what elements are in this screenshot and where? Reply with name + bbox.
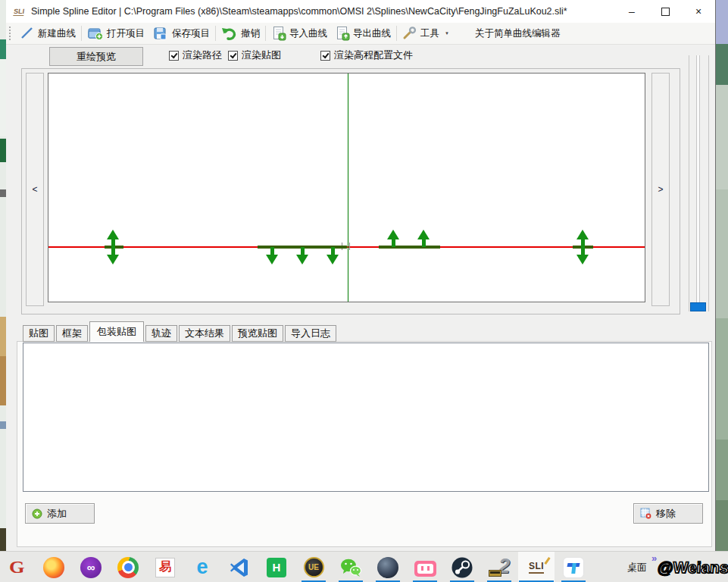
marker-part bbox=[576, 230, 589, 239]
scroll-right-button[interactable]: > bbox=[651, 73, 670, 306]
tab-wrap-texture[interactable]: 包装贴图 bbox=[89, 321, 144, 342]
open-project-icon bbox=[87, 26, 104, 41]
taskbar-item-spline-editor[interactable]: SLI bbox=[518, 552, 555, 582]
desktop-icon-fragment bbox=[0, 189, 6, 197]
checkbox-label: 渲染贴图 bbox=[242, 48, 281, 62]
toolbar-grip[interactable] bbox=[9, 27, 13, 40]
tab-strip: 贴图 框架 包装贴图 轨迹 文本结果 预览贴图 导入日志 bbox=[23, 321, 338, 342]
taskbar-item-omsi2[interactable]: 2 bbox=[481, 552, 517, 582]
internet-explorer-icon: e bbox=[196, 557, 208, 577]
slider-thumb[interactable] bbox=[690, 302, 706, 311]
taskbar-item-vscode[interactable] bbox=[221, 552, 258, 582]
marker-part bbox=[327, 255, 339, 264]
import-curve-button[interactable]: 导入曲线 bbox=[267, 23, 331, 43]
marker-part bbox=[107, 255, 119, 264]
redraw-preview-button[interactable]: 重绘预览 bbox=[49, 47, 143, 66]
taskbar-item-hbuilder[interactable]: H bbox=[258, 552, 295, 582]
titlebar[interactable]: SLI Simple Spline Editor | C:\Program Fi… bbox=[6, 0, 715, 23]
preview-zoom-slider[interactable] bbox=[686, 55, 711, 311]
marker-part bbox=[296, 255, 308, 264]
tab-preview-texture[interactable]: 预览贴图 bbox=[232, 325, 283, 342]
export-curve-button[interactable]: 导出曲线 bbox=[331, 23, 395, 43]
undo-button[interactable]: 撤销 bbox=[217, 23, 264, 43]
purple-infinity-icon: ∞ bbox=[80, 557, 102, 578]
toolbar-label: 新建曲线 bbox=[38, 27, 76, 40]
taskbar-item-purple-app[interactable]: ∞ bbox=[73, 552, 109, 582]
taskbar-item-chrome[interactable] bbox=[110, 552, 146, 582]
export-curve-icon bbox=[335, 26, 350, 41]
tools-menu-button[interactable]: 工具 ▼ bbox=[398, 23, 453, 43]
taskbar-item-firefox[interactable] bbox=[36, 552, 72, 582]
taskbar-item-steam[interactable] bbox=[444, 552, 480, 582]
checkbox-icon bbox=[169, 51, 179, 61]
import-curve-icon bbox=[271, 26, 286, 41]
checkbox-icon bbox=[228, 51, 238, 61]
game-icon bbox=[377, 557, 398, 578]
toolbar-separator bbox=[81, 26, 82, 41]
app-window: SLI Simple Spline Editor | C:\Program Fi… bbox=[6, 0, 716, 551]
scroll-left-button[interactable]: < bbox=[26, 73, 44, 306]
marker-part bbox=[417, 230, 430, 239]
close-button[interactable]: × bbox=[682, 0, 715, 23]
bilibili-icon bbox=[414, 561, 436, 577]
new-curve-icon bbox=[20, 26, 35, 41]
desktop-icon-fragment bbox=[0, 421, 6, 429]
render-texture-checkbox[interactable]: 渲染贴图 bbox=[228, 48, 281, 62]
teambition-icon bbox=[563, 557, 584, 578]
maximize-button[interactable] bbox=[648, 0, 682, 23]
slider-track-line bbox=[689, 55, 689, 311]
preview-groupbox: < > bbox=[21, 68, 680, 314]
options-row: 重绘预览 渲染路径 渲染贴图 渲染高程配置文件 bbox=[6, 44, 715, 68]
vscode-icon bbox=[230, 558, 249, 577]
add-icon bbox=[32, 508, 42, 519]
open-project-button[interactable]: 打开项目 bbox=[83, 23, 148, 43]
cursor-tick bbox=[349, 242, 350, 250]
checkbox-icon bbox=[320, 51, 330, 61]
yi-app-icon: 易 bbox=[155, 558, 175, 577]
button-label: 添加 bbox=[47, 507, 67, 521]
desktop-edge-right bbox=[716, 0, 728, 551]
render-path-checkbox[interactable]: 渲染路径 bbox=[169, 48, 222, 62]
g-browser-icon: G bbox=[9, 557, 25, 577]
taskbar-item-wechat[interactable] bbox=[333, 552, 369, 582]
taskbar-item-ultraedit[interactable]: UE bbox=[295, 552, 332, 582]
taskbar-item-yi-app[interactable]: 易 bbox=[147, 552, 183, 582]
save-project-button[interactable]: 保存项目 bbox=[148, 23, 214, 43]
slider-groove[interactable] bbox=[696, 55, 700, 311]
taskbar-item-bilibili[interactable] bbox=[407, 552, 443, 582]
wechat-icon bbox=[339, 558, 362, 577]
firefox-icon bbox=[43, 557, 64, 578]
minimize-button[interactable]: – bbox=[615, 0, 648, 23]
spline-segment[interactable] bbox=[379, 246, 440, 249]
taskbar-item-game[interactable] bbox=[370, 552, 406, 582]
tab-frame[interactable]: 框架 bbox=[56, 325, 88, 342]
cursor-position-line bbox=[348, 74, 348, 302]
marker-part bbox=[266, 255, 278, 264]
toolbar-label: 关于简单曲线编辑器 bbox=[475, 27, 561, 40]
new-curve-button[interactable]: 新建曲线 bbox=[16, 23, 80, 43]
omsi2-icon: 2 bbox=[488, 556, 511, 579]
slider-track-line bbox=[708, 55, 709, 311]
tab-track[interactable]: 轨迹 bbox=[145, 325, 177, 342]
texture-listbox[interactable] bbox=[23, 343, 709, 492]
checkbox-label: 渲染高程配置文件 bbox=[334, 48, 413, 62]
desktop-fragment bbox=[0, 59, 6, 136]
tab-import-log[interactable]: 导入日志 bbox=[285, 325, 336, 342]
add-button[interactable]: 添加 bbox=[25, 503, 95, 524]
tab-text-result[interactable]: 文本结果 bbox=[179, 325, 230, 342]
preview-canvas[interactable] bbox=[48, 73, 645, 302]
maximize-icon bbox=[661, 8, 670, 16]
render-elevation-profile-checkbox[interactable]: 渲染高程配置文件 bbox=[320, 48, 413, 62]
taskbar-item-g-browser[interactable]: G bbox=[0, 552, 35, 582]
tools-icon bbox=[402, 26, 417, 41]
desktop-toolbar-label[interactable]: 桌面 bbox=[627, 552, 647, 582]
marker-part bbox=[422, 239, 426, 247]
taskbar-item-teambition[interactable] bbox=[555, 552, 592, 582]
remove-button[interactable]: 移除 bbox=[633, 503, 703, 524]
about-button[interactable]: 关于简单曲线编辑器 bbox=[471, 23, 564, 43]
taskbar-item-internet-explorer[interactable]: e bbox=[184, 552, 220, 582]
tab-texture[interactable]: 贴图 bbox=[23, 325, 55, 342]
watermark: @Weians// bbox=[657, 559, 728, 577]
desktop-icon-fragment bbox=[0, 317, 6, 356]
chevron-overflow-icon[interactable]: » bbox=[651, 552, 657, 564]
